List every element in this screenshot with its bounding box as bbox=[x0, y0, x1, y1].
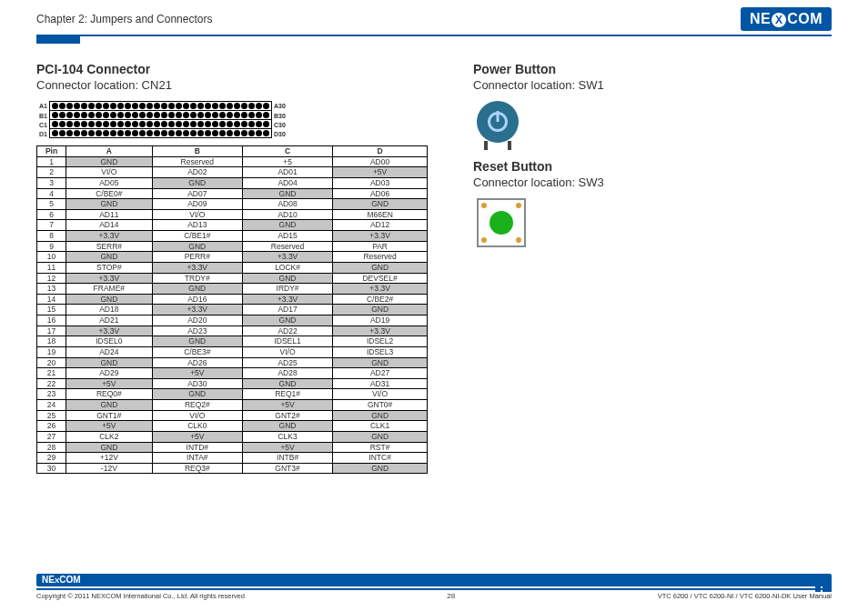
footer-copyright: Copyright © 2011 NEXCOM International Co… bbox=[36, 592, 245, 600]
header-rule bbox=[36, 35, 832, 36]
reset-dot-icon bbox=[490, 211, 513, 235]
reset-button-location: Connector location: SW3 bbox=[473, 175, 832, 189]
page-number: 28 bbox=[447, 592, 455, 600]
power-button-diagram bbox=[477, 101, 519, 143]
chapter-title: Chapter 2: Jumpers and Connectors bbox=[36, 13, 212, 25]
pci104-location: Connector location: CN21 bbox=[36, 78, 428, 92]
power-button-title: Power Button bbox=[473, 62, 832, 76]
pci104-connector-diagram: A1A30B1B30C1C30D1D30 bbox=[36, 101, 428, 138]
reset-button-diagram bbox=[477, 198, 526, 247]
footer-logo: NEXCOM bbox=[36, 574, 832, 586]
footer-doc-title: VTC 6200 / VTC 6200-NI / VTC 6200-NI-DK … bbox=[658, 592, 832, 600]
power-icon bbox=[488, 112, 508, 132]
reset-button-title: Reset Button bbox=[473, 159, 832, 174]
power-button-location: Connector location: SW1 bbox=[473, 78, 832, 92]
pci104-title: PCI-104 Connector bbox=[36, 62, 428, 76]
footer-rule bbox=[36, 588, 832, 590]
pci104-pinout-table: PinABCD 1GNDReserved+5AD002VI/OAD02AD01+… bbox=[36, 145, 428, 474]
brand-logo: NEXCOM bbox=[741, 7, 832, 31]
